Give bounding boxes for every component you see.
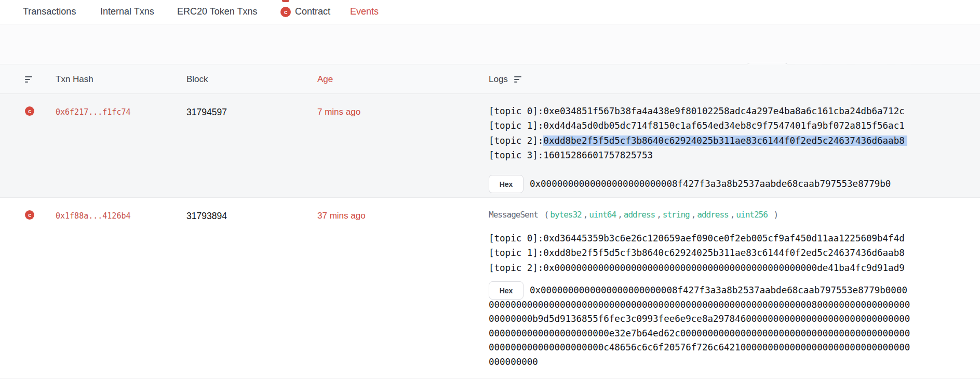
topic-line: [topic 3]:16015286601757825753 [489,148,911,162]
column-header-age[interactable]: Age [317,74,333,85]
hex-data-block: Hex 0x0000000000000000000000008f427f3a3a… [489,281,911,370]
topic-line: [topic 2]:0x0000000000000000000000000000… [489,261,911,275]
topic-label: [topic 2]: [489,263,543,273]
tab-internal-txns[interactable]: Internal Txns [100,6,154,17]
txn-hash-link[interactable]: 0x1f88a...4126b4 [56,211,131,221]
topic-label: [topic 1]: [489,248,543,258]
topic-line: [topic 1]:0xd4d4a5d0db05dc714f8150c1af65… [489,118,911,133]
topic-label: [topic 0]: [489,233,543,243]
tab-events[interactable]: Events [350,6,379,17]
block-number: 31793894 [186,211,227,222]
event-param-type[interactable]: string [663,210,690,220]
topic-line: [topic 0]:0xe034851f567b38fa4a438e9f8010… [489,104,911,118]
contract-badge-icon: c [25,210,34,220]
paren-close: ) [773,210,778,220]
table-row: c 0x6f217...f1fc74 31794597 7 mins ago [… [0,94,980,198]
hex-data-block: Hex 0x0000000000000000000000008f427f3a3a… [489,175,911,193]
event-name: MessageSent [489,210,538,220]
tab-bar: Transactions Internal Txns ERC20 Token T… [0,0,980,24]
topic-label: [topic 0]: [489,106,543,116]
cutoff-red-indicator [282,0,289,2]
contract-header-bar: Contract › 0x5e67eA6d6f290F857c1888204b7… [0,25,980,64]
topics-list: [topic 0]:0xd36445359b3c6e26c120659aef09… [489,231,911,275]
tab-contract[interactable]: c Contract [280,6,330,17]
event-signature: MessageSent (bytes32,uint64,address,stri… [489,210,780,220]
event-param-type[interactable]: bytes32 [550,210,581,220]
comma: , [730,210,735,220]
event-param-type[interactable]: uint256 [736,210,767,220]
hex-toggle-button[interactable]: Hex [489,175,523,193]
table-header: Txn Hash Block Age Logs [0,64,980,94]
filter-icon[interactable] [25,76,33,83]
topic-value: 0xd4d4a5d0db05dc714f8150c1af654ed34eb8c9… [543,120,904,131]
topic-line: [topic 0]:0xd36445359b3c6e26c120659aef09… [489,231,911,246]
topic-label: [topic 1]: [489,120,543,131]
block-number: 31794597 [186,107,227,118]
topic-line: [topic 1]:0xdd8be2f5f5d5cf3b8640c6292402… [489,246,911,260]
hex-toggle-button[interactable]: Hex [489,281,523,300]
topic-value: 0xe034851f567b38fa4a438e9f80102258adc4a2… [543,106,904,116]
topic-label: [topic 3]: [489,150,543,160]
topic-value: 16015286601757825753 [543,150,653,160]
paren-open: ( [544,210,549,220]
topics-list: [topic 0]:0xe034851f567b38fa4a438e9f8010… [489,104,911,162]
log-data-hex: 0x0000000000000000000000008f427f3a3a8b25… [489,281,911,370]
tab-transactions[interactable]: Transactions [23,6,76,17]
comma: , [617,210,622,220]
table-row: c 0x1f88a...4126b4 31793894 37 mins ago … [0,198,980,378]
column-header-block: Block [186,74,208,85]
log-data-hex: 0x0000000000000000000000008f427f3a3a8b25… [489,175,911,193]
topic-value: 0xd36445359b3c6e26c120659aef090ce0f2eb00… [543,233,904,243]
logs-filter-icon[interactable] [514,76,522,83]
column-header-txn-hash: Txn Hash [56,74,93,85]
tab-contract-label: Contract [295,6,330,17]
age-value: 37 mins ago [317,211,366,221]
comma: , [691,210,696,220]
txn-hash-link[interactable]: 0x6f217...f1fc74 [56,107,131,117]
event-param-type[interactable]: address [624,210,655,220]
age-value: 7 mins ago [317,107,360,117]
topic-value-selected: 0xdd8be2f5f5d5cf3b8640c62924025b311ae83c… [543,135,907,146]
contract-badge-icon: c [25,106,34,116]
contract-badge-icon: c [280,7,291,17]
comma: , [656,210,661,220]
column-header-logs: Logs [489,74,508,85]
comma: , [583,210,588,220]
topic-value: 0xdd8be2f5f5d5cf3b8640c62924025b311ae83c… [543,248,904,258]
topic-line: [topic 2]:0xdd8be2f5f5d5cf3b8640c6292402… [489,133,911,148]
topic-label: [topic 2]: [489,135,543,146]
tab-erc20-token-txns[interactable]: ERC20 Token Txns [177,6,257,17]
topic-value: 0x00000000000000000000000000000000000000… [543,263,904,273]
event-param-type[interactable]: address [697,210,728,220]
event-param-type[interactable]: uint64 [589,210,616,220]
